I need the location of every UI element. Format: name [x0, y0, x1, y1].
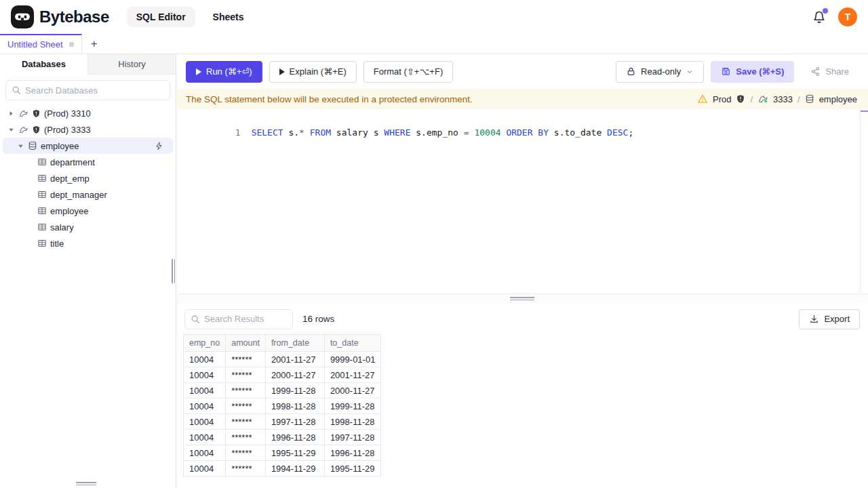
editor-scrollbar-rail[interactable]	[860, 109, 861, 293]
tree-item-label: employee	[41, 141, 79, 151]
column-header-amount[interactable]: amount	[226, 335, 266, 352]
table-cell[interactable]: 10004	[184, 367, 226, 383]
results-header-row: emp_noamountfrom_dateto_date	[184, 335, 381, 352]
tree-item-dept-emp[interactable]: dept_emp	[0, 170, 176, 186]
tree-item-label: dept_manager	[50, 190, 107, 200]
table-cell[interactable]: ******	[226, 399, 266, 414]
tree-item-prod-3333[interactable]: (Prod) 3333	[0, 121, 176, 138]
table-cell[interactable]: 1995-11-29	[265, 445, 324, 461]
caret-down-icon[interactable]	[18, 143, 24, 149]
lock-icon	[626, 66, 636, 77]
warning-icon	[697, 94, 708, 104]
sql-editor[interactable]: 1SELECT s.* FROM salary s WHERE s.emp_no…	[176, 109, 868, 293]
table-cell[interactable]: ******	[226, 461, 266, 476]
table-cell[interactable]: ******	[226, 383, 266, 399]
notifications-button[interactable]	[812, 10, 826, 24]
search-icon	[191, 314, 200, 324]
results-resize-divider[interactable]	[176, 293, 868, 304]
table-cell[interactable]: 1996-11-28	[265, 430, 324, 445]
table-cell[interactable]: ******	[226, 430, 266, 445]
table-row: 10004******1999-11-282000-11-27	[184, 383, 381, 399]
database-search-box[interactable]	[5, 80, 170, 100]
table-cell[interactable]: 2001-11-27	[265, 352, 324, 367]
play-icon	[196, 68, 201, 75]
avatar[interactable]: T	[838, 7, 857, 26]
table-cell[interactable]: 2000-11-27	[265, 367, 324, 383]
table-icon	[37, 222, 47, 232]
table-cell[interactable]: 1996-11-28	[324, 445, 381, 461]
database-search-wrap	[0, 75, 176, 104]
caret-down-icon[interactable]	[8, 127, 15, 133]
column-header-to-date[interactable]: to_date	[324, 335, 381, 352]
table-cell[interactable]: 1994-11-29	[265, 461, 324, 476]
table-cell[interactable]: 1998-11-28	[265, 399, 324, 414]
results-search-box[interactable]	[184, 309, 293, 329]
table-cell[interactable]: 1998-11-28	[324, 414, 381, 430]
row-count: 16 rows	[302, 314, 334, 324]
export-button[interactable]: Export	[799, 309, 860, 329]
sidebar-resize-handle[interactable]	[172, 259, 176, 283]
table-cell[interactable]: 1997-11-28	[324, 430, 381, 445]
table-cell[interactable]: ******	[226, 445, 266, 461]
tree-item-salary[interactable]: salary	[0, 219, 176, 235]
add-sheet-button[interactable]: +	[82, 34, 106, 54]
run-button[interactable]: Run (⌘+⏎)	[186, 61, 262, 83]
table-row: 10004******1995-11-291996-11-28	[184, 445, 381, 461]
caret-right-icon[interactable]	[8, 110, 15, 117]
results-search-input[interactable]	[204, 314, 287, 324]
download-icon	[809, 314, 819, 324]
table-cell[interactable]: 10004	[184, 383, 226, 399]
format-button[interactable]: Format (⇧+⌥+F)	[363, 61, 453, 83]
database-icon	[28, 141, 37, 150]
table-cell[interactable]: 10004	[184, 352, 226, 367]
tree-item-prod-3310[interactable]: (Prod) 3310	[0, 105, 176, 121]
main-panel: Run (⌘+⏎) Explain (⌘+E) Format (⇧+⌥+F) R…	[176, 54, 868, 488]
sheet-tabstrip: Untitled Sheet +	[0, 34, 868, 54]
column-header-emp-no[interactable]: emp_no	[184, 335, 226, 352]
quick-action-bolt-icon[interactable]	[155, 142, 163, 150]
table-cell[interactable]: 1997-11-28	[265, 414, 324, 430]
sheet-tab-untitled[interactable]: Untitled Sheet	[0, 34, 82, 54]
tab-history[interactable]: History	[88, 54, 176, 75]
database-search-input[interactable]	[25, 85, 164, 96]
table-cell[interactable]: 1999-11-28	[265, 383, 324, 399]
database-tree: (Prod) 3310(Prod) 3333employeedepartment…	[0, 104, 176, 488]
drag-handle[interactable]	[510, 297, 534, 302]
table-cell[interactable]: 10004	[184, 399, 226, 414]
table-cell[interactable]: 10004	[184, 430, 226, 445]
table-cell[interactable]: 9999-01-01	[324, 352, 381, 367]
table-cell[interactable]: 2001-11-27	[324, 367, 381, 383]
tree-item-employee[interactable]: employee	[0, 203, 176, 219]
chevron-down-icon	[686, 68, 694, 76]
readonly-mode-dropdown[interactable]: Read-only	[616, 61, 704, 83]
sidebar-bottom-resize-handle[interactable]	[76, 482, 96, 487]
tree-item-label: title	[50, 239, 64, 249]
app-header: Bytebase SQL Editor Sheets T	[0, 0, 868, 34]
line-number: 1	[219, 126, 241, 139]
nav-sql-editor[interactable]: SQL Editor	[127, 7, 195, 27]
brand[interactable]: Bytebase	[11, 5, 109, 28]
tree-item-dept-manager[interactable]: dept_manager	[0, 186, 176, 203]
table-cell[interactable]: 10004	[184, 461, 226, 476]
instance-label: 3333	[773, 94, 793, 104]
tree-item-employee[interactable]: employee	[3, 138, 173, 154]
save-button[interactable]: Save (⌘+S)	[711, 61, 794, 83]
table-cell[interactable]: ******	[226, 367, 266, 383]
tab-databases[interactable]: Databases	[0, 54, 88, 75]
table-cell[interactable]: ******	[226, 352, 266, 367]
nav-sheets[interactable]: Sheets	[213, 12, 244, 22]
table-cell[interactable]: 10004	[184, 445, 226, 461]
results-table-wrap: emp_noamountfrom_dateto_date 10004******…	[176, 334, 868, 488]
tree-item-title[interactable]: title	[0, 235, 176, 251]
tree-item-department[interactable]: department	[0, 154, 176, 170]
table-cell[interactable]: 1995-11-29	[324, 461, 381, 476]
table-icon	[37, 174, 47, 183]
table-icon	[37, 239, 47, 248]
explain-button[interactable]: Explain (⌘+E)	[269, 61, 357, 83]
column-header-from-date[interactable]: from_date	[265, 335, 324, 352]
table-cell[interactable]: 10004	[184, 414, 226, 430]
share-button[interactable]: Share	[801, 61, 859, 83]
table-cell[interactable]: 2000-11-27	[324, 383, 381, 399]
table-cell[interactable]: 1999-11-28	[324, 399, 381, 414]
table-cell[interactable]: ******	[226, 414, 266, 430]
